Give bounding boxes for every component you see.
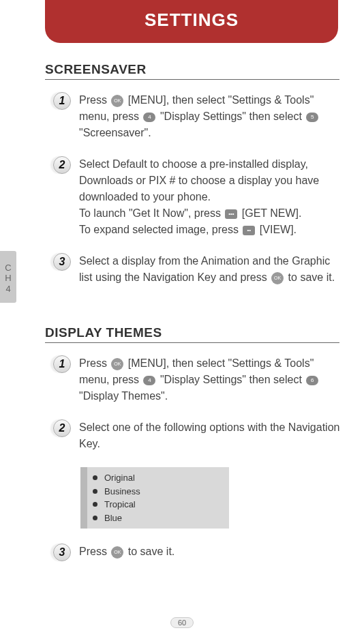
key-5-icon: 5 (306, 113, 318, 122)
right-softkey-icon: ••• (225, 209, 237, 219)
text-fragment: to save it. (128, 546, 175, 557)
option-label: Tropical (104, 498, 136, 511)
bullet-icon (93, 502, 97, 507)
step-badge: 1 (53, 355, 72, 374)
text-fragment: "Display Themes". (79, 390, 168, 402)
ok-icon: OK (271, 272, 284, 284)
step-text: Press OK [MENU], then select "Settings &… (79, 355, 346, 404)
section-title-screensaver: SCREENSAVER (45, 62, 339, 80)
chapter-tab: C H 4 (0, 251, 16, 303)
step-badge: 2 (53, 419, 72, 439)
step-badge: 3 (53, 544, 72, 563)
list-item: Business (93, 485, 224, 499)
step-badge: 2 (53, 156, 72, 175)
text-fragment: Press (79, 546, 110, 557)
key-4-icon: 4 (143, 376, 155, 385)
text-fragment: "Display Settings" then select (160, 110, 305, 122)
ok-icon: OK (111, 358, 123, 370)
list-item: Blue (93, 511, 224, 525)
option-label: Original (104, 471, 135, 485)
ok-icon: OK (111, 95, 123, 107)
text-fragment: Select one of the following options with… (79, 421, 339, 449)
step-badge: 1 (53, 92, 72, 111)
step-text: Select Default to choose a pre-installed… (79, 156, 346, 238)
text-fragment: Select Default to choose a pre-installed… (79, 158, 319, 203)
text-fragment: [VIEW]. (260, 224, 297, 235)
text-fragment: to save it. (288, 271, 335, 283)
step-number: 3 (53, 544, 71, 561)
chapter-tab-num: 4 (5, 284, 10, 295)
option-label: Blue (104, 511, 122, 525)
screensaver-step-1: 1 Press OK [MENU], then select "Settings… (53, 92, 346, 141)
step-text: Press OK [MENU], then select "Settings &… (79, 92, 346, 141)
themes-step-3: 3 Press OK to save it. (53, 544, 346, 563)
text-fragment: To expand selected image, press (79, 224, 241, 235)
step-badge: 3 (53, 253, 72, 272)
step-number: 2 (53, 156, 71, 174)
key-4-icon: 4 (143, 113, 155, 122)
step-number: 1 (53, 92, 71, 110)
key-6-icon: 6 (306, 376, 318, 385)
text-fragment: Press (79, 94, 110, 106)
bullet-icon (93, 489, 97, 494)
page-title: SETTINGS (145, 10, 239, 30)
option-label: Business (104, 485, 140, 499)
step-text: Select one of the following options with… (79, 419, 346, 452)
text-fragment: To launch "Get It Now", press (79, 207, 224, 219)
list-item: Original (93, 471, 224, 485)
step-text: Select a display from the Animation and … (79, 253, 346, 286)
step-text: Press OK to save it. (79, 544, 346, 560)
themes-step-1: 1 Press OK [MENU], then select "Settings… (53, 355, 346, 404)
page-number-area: 60 (0, 616, 364, 628)
text-fragment: [GET NEW]. (242, 207, 302, 219)
bullet-icon (93, 475, 97, 480)
screensaver-step-3: 3 Select a display from the Animation an… (53, 253, 346, 286)
left-softkey-icon: •• (243, 226, 255, 235)
bullet-icon (93, 516, 97, 520)
step-number: 3 (53, 253, 71, 271)
text-fragment: "Display Settings" then select (160, 374, 305, 385)
page-header: SETTINGS (45, 0, 338, 43)
screensaver-step-2: 2 Select Default to choose a pre-install… (53, 156, 346, 238)
chapter-tab-h: H (5, 273, 11, 284)
ok-icon: OK (111, 546, 123, 559)
page-number: 60 (170, 617, 194, 628)
content-area: SCREENSAVER 1 Press OK [MENU], then sele… (0, 43, 364, 563)
step-number: 2 (53, 419, 71, 437)
step-number: 1 (53, 355, 71, 373)
theme-options-box: Original Business Tropical Blue (80, 467, 229, 529)
text-fragment: "Screensaver". (79, 127, 151, 138)
list-item: Tropical (93, 498, 224, 511)
chapter-tab-c: C (5, 263, 11, 273)
section-title-display-themes: DISPLAY THEMES (45, 325, 339, 343)
text-fragment: Press (79, 357, 110, 369)
themes-step-2: 2 Select one of the following options wi… (53, 419, 346, 452)
